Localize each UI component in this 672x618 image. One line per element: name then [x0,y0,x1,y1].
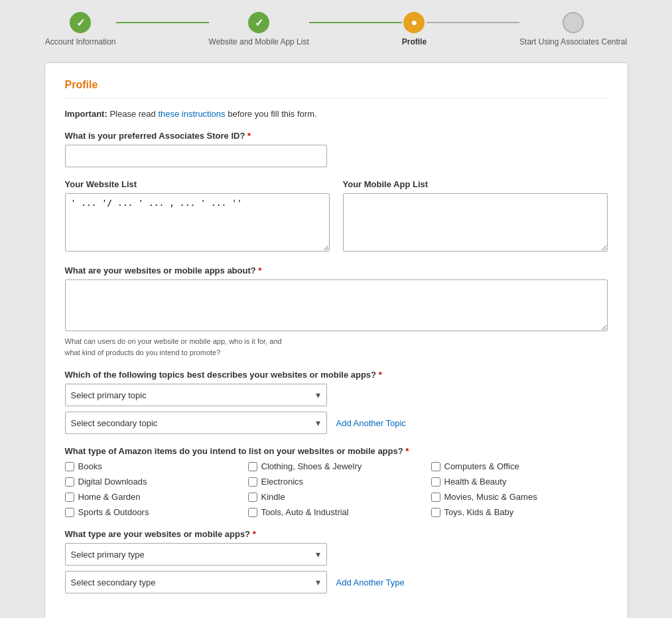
step-circle-profile: ● [403,12,425,33]
website-list-col: Your Website List ' ... '/ ... ' ... , .… [65,179,330,254]
checkbox-electronics[interactable]: Electronics [248,477,425,487]
checkbox-home[interactable]: Home & Garden [65,492,241,502]
checkbox-home-input[interactable] [65,493,74,502]
checkbox-kindle-label: Kindle [261,492,285,502]
step-line-2 [309,22,402,23]
checkbox-digital-input[interactable] [65,477,74,487]
step-line-3 [427,22,519,23]
checkbox-health[interactable]: Health & Beauty [431,477,608,487]
checkbox-books-input[interactable] [65,462,74,471]
checkbox-tools[interactable]: Tools, Auto & Industrial [248,507,425,517]
topics-section: Which of the following topics best descr… [65,370,608,434]
secondary-type-row: Select secondary type Add Another Type [65,571,608,593]
about-section: What are your websites or mobile apps ab… [65,266,608,358]
store-id-required: * [247,131,251,141]
checkbox-electronics-label: Electronics [261,477,304,487]
checkbox-toys[interactable]: Toys, Kids & Baby [431,507,608,517]
items-section: What type of Amazon items do you intend … [65,446,608,517]
about-label: What are your websites or mobile apps ab… [65,266,608,275]
step-label-profile: Profile [402,37,427,46]
important-text2: before you fill this form. [228,109,316,119]
checkbox-tools-label: Tools, Auto & Industrial [261,507,349,517]
type-section: What type are your websites or mobile ap… [65,529,608,593]
step-circle-start [563,12,584,33]
type-label: What type are your websites or mobile ap… [65,529,608,539]
step-website-list: ✓ Website and Mobile App List [209,12,309,46]
topics-label: Which of the following topics best descr… [65,370,608,380]
checkbox-grid: Books Clothing, Shoes & Jewelry Computer… [65,461,608,517]
checkbox-electronics-input[interactable] [248,477,257,487]
add-another-topic-link[interactable]: Add Another Topic [336,418,406,428]
secondary-type-select-wrap: Select secondary type [65,571,327,593]
checkbox-digital-label: Digital Downloads [78,477,147,487]
primary-type-select[interactable]: Select primary type [65,543,327,566]
website-list-textarea[interactable]: ' ... '/ ... ' ... , ... ' ... '' [65,193,330,252]
website-list-label: Your Website List [65,179,330,189]
step-circle-account: ✓ [70,12,91,33]
primary-type-row: Select primary type [65,543,608,566]
checkbox-books[interactable]: Books [65,461,241,471]
important-text: Please read [109,109,158,119]
checkbox-health-label: Health & Beauty [444,477,507,487]
checkbox-books-label: Books [78,461,102,471]
checkbox-sports-input[interactable] [65,508,74,517]
checkbox-kindle-input[interactable] [248,493,257,502]
step-label-website: Website and Mobile App List [209,37,309,46]
about-hint: What can users do on your website or mob… [65,336,608,358]
checkbox-toys-input[interactable] [431,508,440,517]
store-id-input[interactable] [65,145,327,167]
type-required: * [253,529,256,539]
checkbox-digital[interactable]: Digital Downloads [65,477,241,487]
checkbox-movies-label: Movies, Music & Games [444,492,537,502]
mobile-app-label: Your Mobile App List [343,179,608,189]
checkbox-clothing-input[interactable] [248,462,257,471]
step-profile: ● Profile [402,12,427,46]
checkbox-movies-input[interactable] [431,493,440,502]
mobile-app-textarea[interactable] [343,193,608,252]
checkbox-sports[interactable]: Sports & Outdoors [65,507,241,517]
store-id-label: What is your preferred Associates Store … [65,131,608,141]
checkbox-sports-label: Sports & Outdoors [78,507,149,517]
step-line-1 [116,22,209,23]
checkbox-toys-label: Toys, Kids & Baby [444,507,514,517]
store-id-section: What is your preferred Associates Store … [65,131,608,167]
important-note: Important: Please read these instruction… [65,109,608,119]
checkbox-kindle[interactable]: Kindle [248,492,425,502]
topics-required: * [379,370,382,380]
primary-topic-select-wrap: Select primary topic [65,384,327,406]
checkbox-computers[interactable]: Computers & Office [431,461,608,471]
form-title: Profile [65,79,608,98]
step-circle-website: ✓ [248,12,269,33]
primary-type-select-wrap: Select primary type [65,543,327,566]
checkbox-computers-label: Computers & Office [444,461,519,471]
secondary-type-select[interactable]: Select secondary type [65,571,327,593]
website-mobile-row: Your Website List ' ... '/ ... ' ... , .… [65,179,608,254]
step-start-using: Start Using Associates Central [519,12,627,46]
about-required: * [258,266,261,275]
stepper: ✓ Account Information ✓ Website and Mobi… [0,0,672,56]
checkbox-home-label: Home & Garden [78,492,141,502]
checkbox-clothing-label: Clothing, Shoes & Jewelry [261,461,362,471]
items-required: * [405,446,409,456]
primary-topic-row: Select primary topic [65,384,608,406]
secondary-topic-select-wrap: Select secondary topic [65,412,327,434]
add-another-type-link[interactable]: Add Another Type [336,578,405,587]
checkbox-tools-input[interactable] [248,508,257,517]
items-label: What type of Amazon items do you intend … [65,446,608,456]
instructions-link[interactable]: these instructions [158,109,225,119]
primary-topic-select[interactable]: Select primary topic [65,384,327,406]
secondary-topic-row: Select secondary topic Add Another Topic [65,412,608,434]
step-account-information: ✓ Account Information [45,12,116,46]
step-label-start: Start Using Associates Central [519,37,627,46]
checkbox-health-input[interactable] [431,477,440,487]
checkbox-movies[interactable]: Movies, Music & Games [431,492,608,502]
about-textarea[interactable] [65,279,608,331]
step-label-account: Account Information [45,37,116,46]
checkbox-computers-input[interactable] [431,462,440,471]
mobile-app-col: Your Mobile App List [343,179,608,254]
secondary-topic-select[interactable]: Select secondary topic [65,412,327,434]
form-card: Profile Important: Please read these ins… [44,62,628,618]
important-label: Important: [65,109,107,119]
checkbox-clothing[interactable]: Clothing, Shoes & Jewelry [248,461,425,471]
